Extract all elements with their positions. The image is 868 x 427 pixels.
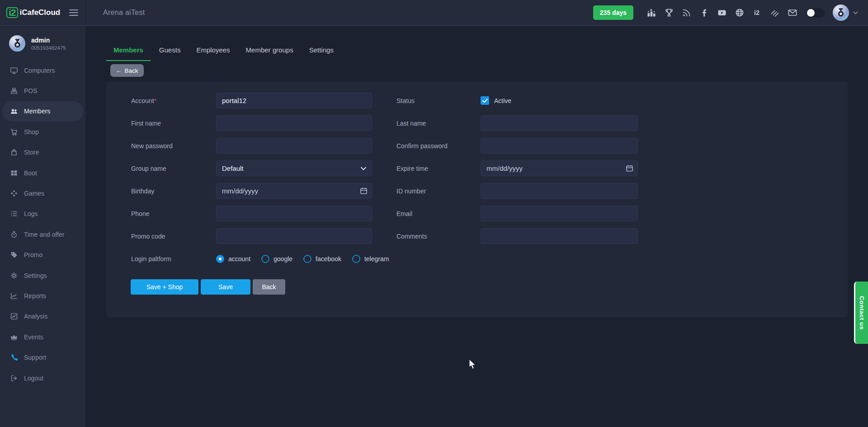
- status-active-checkbox[interactable]: [481, 96, 489, 105]
- monitor-icon: [10, 66, 18, 75]
- id-number-label: ID number: [396, 188, 481, 195]
- sidebar-item-logs[interactable]: Logs: [0, 204, 85, 224]
- icafe-icon[interactable]: i2: [752, 8, 762, 18]
- new-password-input[interactable]: [216, 138, 372, 154]
- radio-circle[interactable]: [303, 255, 311, 263]
- comments-input[interactable]: [481, 228, 638, 244]
- sidebar-item-computers[interactable]: Computers: [0, 60, 85, 80]
- sidebar-item-reports[interactable]: Reports: [0, 286, 85, 306]
- account-input[interactable]: [216, 93, 372, 108]
- logo-mark-icon: i2: [6, 7, 18, 18]
- promo-code-label: Promo code: [131, 233, 216, 240]
- sidebar-item-label: Shop: [24, 128, 39, 136]
- sidebar-item-shop[interactable]: Shop: [0, 122, 85, 142]
- facebook-icon[interactable]: [699, 8, 709, 18]
- topbar: i2 iCafeCloud Arena aiTest 235 days i2: [0, 0, 868, 26]
- user-avatar[interactable]: [833, 5, 849, 21]
- app-logo[interactable]: i2 iCafeCloud: [6, 7, 60, 18]
- required-asterisk: *: [154, 97, 156, 104]
- sidebar-item-store[interactable]: Store: [0, 142, 85, 163]
- theme-toggle[interactable]: [806, 8, 825, 18]
- status-checkbox-label: Active: [494, 97, 511, 104]
- login-platform-label: Login paltform: [131, 255, 216, 263]
- sidebar-item-label: Time and offer: [24, 231, 65, 238]
- sidebar-item-label: Logout: [24, 375, 43, 382]
- hamburger-menu-icon[interactable]: [69, 8, 78, 18]
- mail-icon[interactable]: [788, 8, 797, 18]
- group-name-value: Default: [222, 164, 244, 172]
- email-label: Email: [396, 210, 481, 217]
- form-actions: Save + Shop Save Back: [131, 279, 848, 295]
- confirm-password-input[interactable]: [481, 138, 638, 154]
- id-number-input[interactable]: [481, 183, 638, 199]
- sidebar-user-avatar: [9, 35, 25, 52]
- globe-icon[interactable]: [735, 8, 745, 18]
- promo-code-input[interactable]: [216, 228, 372, 244]
- back-arrow-icon: ←: [116, 67, 122, 74]
- radio-label: telegram: [364, 255, 389, 263]
- phone-input[interactable]: [216, 206, 372, 221]
- birthday-input[interactable]: [216, 183, 372, 199]
- group-name-select[interactable]: Default: [216, 160, 372, 176]
- trophy-icon[interactable]: [664, 8, 674, 18]
- sidebar: admin 005193482475 Computers POS Members…: [0, 26, 86, 427]
- sidebar-item-label: POS: [24, 87, 38, 94]
- radio-facebook[interactable]: facebook: [303, 255, 341, 263]
- tab-member-groups[interactable]: Member groups: [239, 41, 301, 61]
- first-name-label: First name: [131, 120, 216, 127]
- tab-guests[interactable]: Guests: [152, 41, 188, 61]
- sidebar-item-members[interactable]: Members: [2, 101, 83, 122]
- sidebar-item-label: Computers: [24, 67, 55, 74]
- tab-members[interactable]: Members: [106, 41, 151, 61]
- radio-google[interactable]: google: [261, 255, 292, 263]
- radio-label: google: [274, 255, 292, 263]
- days-remaining-badge[interactable]: 235 days: [593, 5, 633, 20]
- line-chart-icon: [10, 292, 18, 300]
- contact-us-label: Contact us: [859, 296, 865, 330]
- area-chart-icon: [10, 312, 18, 320]
- user-block[interactable]: admin 005193482475: [0, 26, 85, 60]
- sidebar-item-games[interactable]: Games: [0, 183, 85, 203]
- youtube-icon[interactable]: [717, 8, 727, 18]
- sidebar-item-promo[interactable]: Promo: [0, 245, 85, 265]
- contact-us-tab[interactable]: Contact us: [854, 282, 868, 344]
- back-button[interactable]: Back: [253, 279, 285, 295]
- sidebar-item-pos[interactable]: POS: [0, 80, 85, 101]
- page-title: Arena aiTest: [103, 9, 145, 17]
- back-button-top[interactable]: ← Back: [110, 64, 144, 77]
- sidebar-item-settings[interactable]: Settings: [0, 265, 85, 286]
- sidebar-item-logout[interactable]: Logout: [0, 368, 85, 388]
- radio-circle[interactable]: [261, 255, 269, 263]
- sidebar-item-support[interactable]: Support: [0, 347, 85, 367]
- tab-settings[interactable]: Settings: [302, 41, 341, 61]
- phone-icon: [10, 353, 18, 361]
- sidebar-item-label: Store: [24, 149, 39, 156]
- ranking-icon[interactable]: [646, 8, 656, 18]
- user-name: admin: [31, 37, 66, 44]
- sidebar-item-events[interactable]: Events: [0, 327, 85, 347]
- save-shop-button[interactable]: Save + Shop: [131, 279, 198, 295]
- expire-time-label: Expire time: [396, 165, 481, 172]
- chevron-down-icon[interactable]: [853, 11, 858, 14]
- tab-employees[interactable]: Employees: [189, 41, 237, 61]
- status-label: Status: [396, 97, 481, 104]
- windows-icon: [10, 169, 18, 177]
- new-password-label: New password: [131, 142, 216, 150]
- sidebar-item-label: Members: [24, 108, 50, 115]
- sidebar-item-analysis[interactable]: Analysis: [0, 306, 85, 327]
- first-name-input[interactable]: [216, 115, 372, 131]
- sidebar-item-boot[interactable]: Boot: [0, 163, 85, 183]
- save-button[interactable]: Save: [201, 279, 250, 295]
- expire-time-input[interactable]: [481, 160, 638, 176]
- radio-telegram[interactable]: telegram: [352, 255, 389, 263]
- logout-icon: [10, 374, 18, 382]
- sidebar-item-time-and-offer[interactable]: Time and offer: [0, 224, 85, 244]
- radio-account[interactable]: account: [216, 255, 250, 263]
- email-input[interactable]: [481, 206, 638, 221]
- layers-icon[interactable]: [770, 8, 780, 18]
- last-name-input[interactable]: [481, 115, 638, 131]
- radio-circle[interactable]: [352, 255, 360, 263]
- radio-circle-selected[interactable]: [216, 255, 224, 263]
- rss-icon[interactable]: [682, 8, 692, 18]
- login-platform-radio-group: account google facebook telegram: [216, 255, 389, 263]
